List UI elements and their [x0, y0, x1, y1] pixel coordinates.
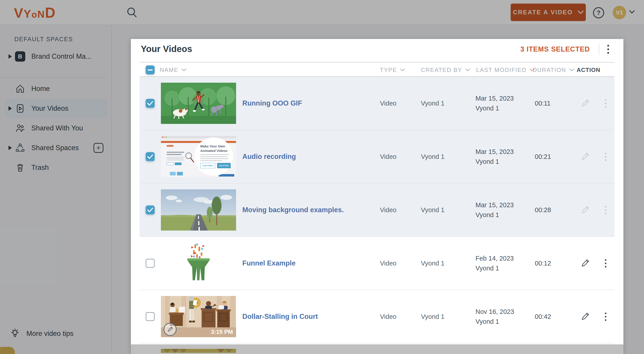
- create-a-video-button[interactable]: CREATE A VIDEO: [511, 4, 586, 21]
- more-video-tips[interactable]: More video tips: [10, 328, 74, 339]
- top-bar: V Y o N D CREATE A VIDEO ? V1: [0, 0, 644, 25]
- modified-date: Feb 14, 2023: [476, 253, 535, 263]
- try-it-free-button: Try It Free: [217, 163, 231, 168]
- avatar[interactable]: V1: [613, 6, 626, 19]
- search-icon[interactable]: [126, 6, 138, 19]
- thumbnail-timestamp: 3:15 PM: [211, 328, 233, 335]
- row-checkbox-checked[interactable]: [146, 206, 154, 214]
- sidebar-item-home[interactable]: Home: [0, 79, 112, 99]
- video-type: Video: [380, 153, 396, 160]
- expand-caret-icon[interactable]: [8, 54, 12, 59]
- bulk-actions-kebab-icon[interactable]: [602, 44, 614, 55]
- video-thumbnail-audio-recording[interactable]: Make Your OwnAnimated Videos Learn More …: [161, 136, 236, 177]
- sidebar-item-your-videos[interactable]: Your Videos: [0, 99, 112, 118]
- help-glyph: ?: [596, 9, 600, 17]
- created-by: Vyond 1: [421, 206, 444, 214]
- avatar-initials: V1: [616, 9, 623, 16]
- row-checkbox-checked[interactable]: [146, 152, 154, 161]
- column-duration[interactable]: DURATION: [532, 63, 574, 77]
- account-chevron-down-icon[interactable]: [629, 10, 634, 15]
- vyond-logo[interactable]: V Y o N D: [14, 5, 56, 21]
- video-thumbnail-moving-background[interactable]: [161, 189, 236, 231]
- add-shared-space-button[interactable]: +: [94, 143, 104, 153]
- table-row[interactable]: 3:15 PM Dollar-Stalling in Court Video V…: [140, 290, 614, 343]
- video-thumbnail-court[interactable]: 3:15 PM: [161, 296, 236, 337]
- home-icon: [15, 83, 26, 94]
- more-video-tips-label: More video tips: [26, 329, 74, 338]
- header-divider: [599, 44, 599, 55]
- created-by: Vyond 1: [421, 100, 444, 107]
- brand-badge-icon: B: [15, 51, 26, 62]
- modified-date: Mar 15, 2023: [476, 200, 535, 210]
- logo-letter: o: [32, 10, 37, 20]
- sort-chevron-icon: [182, 69, 186, 71]
- sidebar-divider: [0, 77, 105, 78]
- sidebar-item-shared-with-you[interactable]: Shared With You: [0, 118, 112, 138]
- modified-by: Vyond 1: [476, 157, 535, 166]
- video-file-icon: [15, 103, 26, 114]
- modified-by: Vyond 1: [476, 210, 535, 220]
- video-name-link[interactable]: Funnel Example: [242, 259, 296, 267]
- your-videos-panel: Your Videos 3 ITEMS SELECTED NAME TYPE C…: [131, 39, 624, 354]
- logo-letter: D: [45, 5, 56, 21]
- edit-pencil-icon[interactable]: [580, 312, 590, 321]
- table-header-row: NAME TYPE CREATED BY LAST MODIFIED DURAT…: [140, 62, 614, 77]
- sidebar-item-shared-spaces[interactable]: Shared Spaces +: [0, 138, 112, 158]
- duration: 00:12: [535, 260, 551, 267]
- help-icon[interactable]: ?: [593, 7, 604, 18]
- table-row-partial[interactable]: [140, 343, 614, 353]
- logo-letter: V: [14, 5, 24, 21]
- video-thumbnail-partial[interactable]: [161, 349, 236, 353]
- create-a-video-label: CREATE A VIDEO: [513, 9, 573, 16]
- created-by: Vyond 1: [421, 260, 444, 267]
- row-checkbox-unchecked[interactable]: [146, 259, 154, 268]
- duration: 00:28: [535, 206, 551, 214]
- edit-pencil-icon[interactable]: [580, 258, 590, 268]
- row-kebab-icon[interactable]: [605, 259, 606, 268]
- column-name[interactable]: NAME: [160, 63, 186, 77]
- video-name-link[interactable]: Audio recording: [242, 152, 296, 160]
- modified-by: Vyond 1: [476, 263, 535, 273]
- video-name-link[interactable]: Dollar-Stalling in Court: [242, 312, 318, 320]
- column-last-modified[interactable]: LAST MODIFIED: [476, 63, 534, 77]
- sidebar-item-label: Brand Control Ma...: [31, 52, 92, 61]
- row-kebab-icon[interactable]: [605, 312, 606, 321]
- dim-overlay-right: [624, 39, 644, 354]
- shared-spaces-icon: [15, 142, 26, 153]
- modified-by: Vyond 1: [476, 103, 535, 113]
- table-row[interactable]: Funnel Example Video Vyond 1 Feb 14, 202…: [140, 237, 614, 290]
- sidebar-item-trash[interactable]: Trash: [0, 158, 112, 178]
- chat-bubble[interactable]: [0, 347, 15, 354]
- table-row[interactable]: Make Your OwnAnimated Videos Learn More …: [140, 130, 614, 184]
- edit-pencil-icon[interactable]: [580, 205, 590, 215]
- column-type[interactable]: TYPE: [380, 63, 405, 77]
- logo-letter: N: [37, 9, 45, 20]
- table-row[interactable]: Moving background examples. Video Vyond …: [140, 184, 614, 237]
- column-created-by[interactable]: CREATED BY: [421, 63, 470, 77]
- select-all-checkbox[interactable]: [146, 65, 154, 74]
- chevron-down-icon: [578, 11, 584, 14]
- row-kebab-icon[interactable]: [605, 152, 606, 161]
- video-name-link[interactable]: Running OOO GIF: [242, 99, 302, 107]
- video-name-link[interactable]: Moving background examples.: [242, 206, 344, 214]
- row-kebab-icon[interactable]: [605, 206, 606, 214]
- edit-pencil-icon[interactable]: [580, 152, 590, 161]
- thumbnail-paragraph: [200, 154, 229, 162]
- thumbnail-heading: Make Your OwnAnimated Videos: [200, 144, 236, 153]
- thumbnail-edit-badge-icon: [164, 323, 176, 336]
- row-kebab-icon[interactable]: [605, 99, 606, 108]
- sort-chevron-icon: [465, 69, 470, 71]
- sidebar-item-label: Trash: [31, 163, 49, 172]
- video-thumbnail-running-ooo[interactable]: [161, 83, 236, 124]
- row-checkbox-checked[interactable]: [146, 99, 154, 108]
- row-checkbox-unchecked[interactable]: [146, 312, 154, 321]
- table-row[interactable]: Running OOO GIF Video Vyond 1 Mar 15, 20…: [140, 77, 614, 130]
- modified-by: Vyond 1: [476, 317, 535, 326]
- expand-caret-icon[interactable]: [8, 146, 12, 150]
- sidebar-item-brand-control[interactable]: B Brand Control Ma...: [0, 47, 112, 66]
- videos-table: NAME TYPE CREATED BY LAST MODIFIED DURAT…: [140, 62, 614, 353]
- video-thumbnail-funnel-example[interactable]: [161, 243, 236, 284]
- edit-pencil-icon[interactable]: [580, 98, 590, 108]
- expand-caret-icon[interactable]: [8, 106, 12, 111]
- column-action: ACTION: [577, 63, 600, 77]
